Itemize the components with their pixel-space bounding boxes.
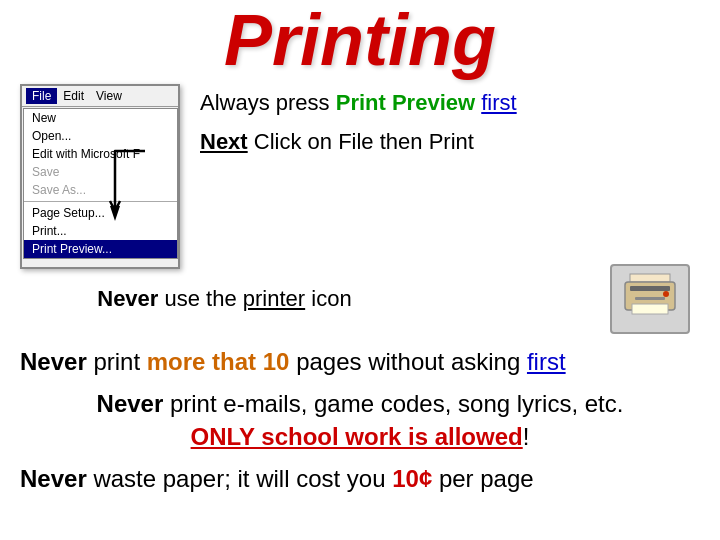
menu-bar-edit: Edit xyxy=(57,88,90,104)
menu-bar-file: File xyxy=(26,88,57,104)
svg-rect-3 xyxy=(630,286,670,291)
bottom-line-2: Never print e-mails, game codes, song ly… xyxy=(20,388,700,453)
menu-bar: File Edit View xyxy=(22,86,178,107)
line1-pre: Always press xyxy=(200,90,336,115)
bottom-line-3: Never waste paper; it will cost you 10¢ … xyxy=(20,463,700,495)
bottom-highlight-1: more that 10 xyxy=(147,348,290,375)
bottom-line-1: Never print more that 10 pages without a… xyxy=(20,346,700,378)
printer-icon-box xyxy=(610,264,690,334)
bottom-never-2: Never xyxy=(97,390,164,417)
page-title: Printing xyxy=(0,0,720,76)
bottom-section: Never print more that 10 pages without a… xyxy=(0,334,720,496)
bottom-highlight-3: 10¢ xyxy=(392,465,432,492)
line2-link: Next xyxy=(200,129,248,154)
svg-rect-1 xyxy=(630,274,670,282)
bottom-mid-1: print xyxy=(87,348,147,375)
printer-instruction: Never use the printer icon xyxy=(30,286,610,312)
bottom-sub2: ! xyxy=(523,423,530,450)
instructions-block: Always press Print Preview first Next Cl… xyxy=(180,84,690,166)
line1-link: first xyxy=(481,90,516,115)
svg-point-5 xyxy=(663,291,669,297)
bottom-never-1: Never xyxy=(20,348,87,375)
bottom-sub1: ONLY school work is allowed xyxy=(191,423,523,450)
line3-post: use the xyxy=(158,286,242,311)
top-section: File Edit View New Open... Edit with Mic… xyxy=(0,76,720,269)
line3-link: printer xyxy=(243,286,305,311)
menu-bar-view: View xyxy=(90,88,128,104)
menu-screenshot: File Edit View New Open... Edit with Mic… xyxy=(20,84,180,269)
printer-icon xyxy=(620,272,680,327)
instruction-line-1: Always press Print Preview first xyxy=(200,89,690,118)
instruction-line-2: Next Click on File then Print xyxy=(200,128,690,157)
line3-bold: Never xyxy=(97,286,158,311)
menu-item-open: Open... xyxy=(24,127,177,145)
bottom-mid-3: waste paper; it will cost you xyxy=(87,465,392,492)
bottom-never-3: Never xyxy=(20,465,87,492)
bottom-end-1: pages without asking xyxy=(289,348,526,375)
bottom-end-3: per page xyxy=(432,465,533,492)
menu-item-print-preview: Print Preview... xyxy=(24,240,177,258)
line3-end: icon xyxy=(305,286,351,311)
arrow-icon xyxy=(105,146,155,226)
svg-marker-0 xyxy=(110,206,120,221)
line2-post: Click on File then Print xyxy=(248,129,474,154)
bottom-mid-2: print e-mails, game codes, song lyrics, … xyxy=(163,390,623,417)
svg-rect-4 xyxy=(632,304,668,314)
line1-highlight: Print Preview xyxy=(336,90,482,115)
printer-area: Never use the printer icon xyxy=(0,264,720,334)
bottom-link-1: first xyxy=(527,348,566,375)
svg-rect-6 xyxy=(635,297,665,300)
menu-item-new: New xyxy=(24,109,177,127)
